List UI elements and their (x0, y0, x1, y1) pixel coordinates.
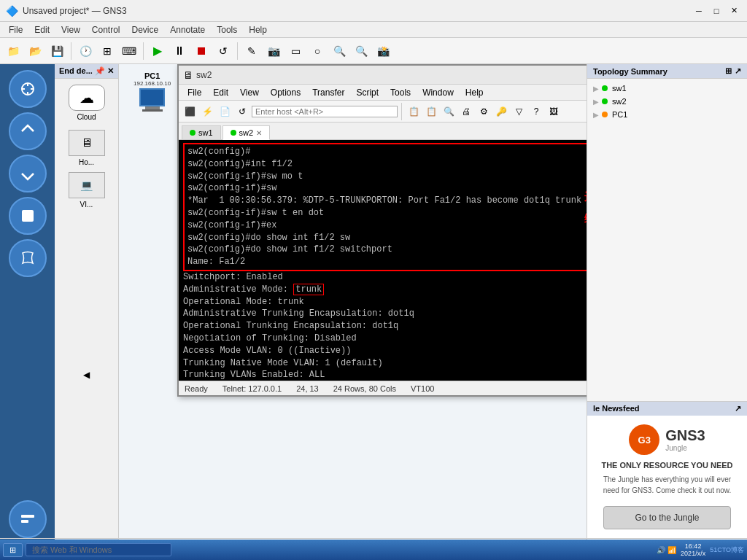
ttb-new[interactable]: 📄 (217, 104, 233, 120)
device-panel-pin[interactable]: 📌 (95, 66, 105, 76)
menu-edit[interactable]: Edit (28, 23, 55, 36)
toolbar-grid[interactable]: ⊞ (97, 41, 117, 61)
start-button[interactable]: ⊞ (3, 543, 23, 557)
tab-sw2-close[interactable]: ✕ (256, 129, 262, 137)
terminal-title: sw2 (196, 70, 587, 80)
tmenu-tools[interactable]: Tools (384, 86, 417, 99)
device-ho[interactable]: 🖥 Ho... (55, 127, 118, 169)
pc1-label: PC1 (144, 71, 160, 80)
menu-view[interactable]: View (55, 23, 86, 36)
minimize-button[interactable]: ─ (692, 4, 706, 18)
toolbar-zoom-out[interactable]: 🔍 (351, 41, 371, 61)
status-vt: VT100 (411, 384, 434, 393)
svg-rect-5 (22, 210, 34, 222)
ttb-flash[interactable]: ⚡ (199, 104, 215, 120)
toolbar-pause[interactable]: ⏸ (169, 41, 190, 61)
topo-dot-pc (602, 112, 608, 117)
nav-btn-1[interactable] (9, 70, 47, 108)
device-vi[interactable]: 💻 VI... (55, 169, 118, 211)
menu-device[interactable]: Device (126, 23, 165, 36)
toolbar-time[interactable]: 🕐 (75, 41, 96, 61)
ttb-connect[interactable]: ⬛ (182, 104, 198, 120)
terminal-window: 🖥 sw2 ─ □ ✕ File Edit View Options Trans… (177, 64, 587, 397)
tab-sw1-label: sw1 (198, 128, 213, 137)
toolbar-photo[interactable]: 📸 (373, 41, 393, 61)
topology-pc[interactable]: ▶ PC1 (587, 108, 747, 121)
term-out-2: Administrative Mode: trunk (183, 284, 587, 296)
main-toolbar: 📁 📂 💾 🕐 ⊞ ⌨ ▶ ⏸ ⏹ ↺ ✎ 📷 ▭ ○ 🔍 🔍 📸 (0, 38, 747, 64)
menu-tools[interactable]: Tools (211, 23, 243, 36)
ttb-print[interactable]: 🖨 (458, 104, 474, 120)
toolbar-save[interactable]: 💾 (47, 41, 67, 61)
host-input[interactable] (252, 106, 398, 117)
ttb-find[interactable]: 🔍 (441, 104, 457, 120)
topo-dot-sw2 (602, 98, 608, 104)
app-title: Unsaved project* — GNS3 (23, 6, 692, 16)
term-line-7: sw2(config-if)#ex (187, 219, 587, 232)
ttb-key[interactable]: 🔑 (493, 104, 509, 120)
pc1-node[interactable]: PC1 192.168.10.10 (133, 71, 171, 112)
nav-btn-3[interactable] (9, 155, 47, 192)
toolbar-terminal[interactable]: ⌨ (119, 41, 139, 61)
topology-sw2[interactable]: ▶ sw2 (587, 95, 747, 108)
tmenu-options[interactable]: Options (265, 86, 306, 99)
newsfeed-header: le Newsfeed ↗ (587, 402, 747, 416)
nav-btn-2[interactable] (9, 112, 47, 150)
nav-btn-4[interactable] (9, 197, 47, 235)
topology-undock[interactable]: ↗ (735, 66, 741, 76)
term-out-6: Negotiation of Trunking: Disabled (183, 332, 587, 345)
tab-sw2[interactable]: sw2 ✕ (222, 125, 271, 140)
close-button[interactable]: ✕ (727, 4, 741, 18)
toolbar-play[interactable]: ▶ (147, 41, 168, 61)
toolbar-folder[interactable]: 📂 (25, 41, 45, 61)
topology-sw1[interactable]: ▶ sw1 (587, 82, 747, 95)
toolbar-edit[interactable]: ✎ (241, 41, 262, 61)
main-menu-bar: File Edit View Control Device Annotate T… (0, 22, 747, 38)
jungle-logo-icon: G3 (629, 424, 659, 455)
nav-btn-5[interactable] (9, 239, 47, 277)
topology-panel: Topology Summary ⊞ ↗ ▶ sw1 ▶ sw2 (587, 64, 747, 538)
device-cloud[interactable]: ☁ Cloud (55, 79, 118, 127)
toolbar-circle[interactable]: ○ (307, 41, 328, 61)
tab-sw1[interactable]: sw1 (182, 125, 221, 139)
toolbar-select[interactable]: ▭ (285, 41, 306, 61)
ttb-help[interactable]: ? (528, 104, 544, 120)
menu-help[interactable]: Help (243, 23, 273, 36)
toolbar-open[interactable]: 📁 (3, 41, 23, 61)
toolbar-reload[interactable]: ↺ (213, 41, 233, 61)
terminal-content[interactable]: sw2(config)# sw2(config)#int f1/2 sw2(co… (179, 140, 587, 381)
ttb-copy[interactable]: 📋 (406, 104, 422, 120)
jungle-button[interactable]: Go to the Jungle (603, 506, 732, 529)
term-line-9: sw2(config)#do show int f1/2 switchport (187, 244, 587, 256)
tmenu-file[interactable]: File (182, 86, 207, 99)
newsfeed-undock[interactable]: ↗ (735, 404, 741, 413)
device-panel-header: End de... 📌 ✕ (55, 64, 118, 79)
tmenu-transfer[interactable]: Transfer (306, 86, 350, 99)
tmenu-script[interactable]: Script (350, 86, 384, 99)
menu-control[interactable]: Control (86, 23, 126, 36)
taskbar-search[interactable] (26, 543, 171, 556)
device-panel-close[interactable]: ✕ (107, 66, 114, 76)
ttb-extra[interactable]: 🖼 (546, 104, 562, 120)
expand-panel-btn[interactable]: ◀ (55, 211, 118, 538)
tmenu-edit[interactable]: Edit (207, 86, 234, 99)
app-icon: 🔷 (6, 5, 18, 17)
ttb-settings[interactable]: ⚙ (476, 104, 492, 120)
tmenu-window[interactable]: Window (417, 86, 460, 99)
ttb-paste[interactable]: 📋 (423, 104, 439, 120)
annotation-line2: 缩写命令 (584, 209, 587, 231)
nav-btn-6[interactable] (9, 500, 47, 538)
menu-annotate[interactable]: Annotate (164, 23, 211, 36)
term-out-1: Switchport: Enabled (183, 271, 587, 284)
maximize-button[interactable]: □ (709, 4, 724, 18)
ttb-refresh[interactable]: ↺ (234, 104, 250, 120)
tmenu-help[interactable]: Help (460, 86, 489, 99)
ttb-filter[interactable]: ▽ (511, 104, 527, 120)
menu-file[interactable]: File (3, 23, 28, 36)
topology-expand[interactable]: ⊞ (725, 66, 732, 76)
tmenu-view[interactable]: View (234, 86, 265, 99)
toolbar-zoom-in[interactable]: 🔍 (329, 41, 349, 61)
toolbar-stop[interactable]: ⏹ (191, 41, 212, 61)
toolbar-camera[interactable]: 📷 (263, 41, 284, 61)
jungle-ad: G3 GNS3 Jungle THE ONLY RESOURCE YOU NEE… (587, 416, 747, 538)
